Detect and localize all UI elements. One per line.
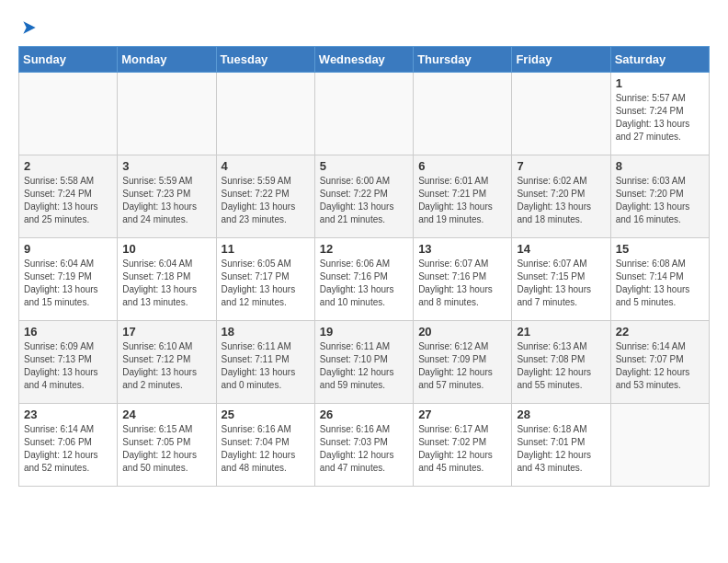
day-header-monday: Monday [118, 47, 216, 73]
day-info: Sunrise: 6:12 AM Sunset: 7:09 PM Dayligh… [418, 340, 506, 392]
day-number: 18 [222, 325, 310, 339]
header [18, 18, 710, 37]
calendar-cell [118, 73, 216, 155]
calendar-cell: 16Sunrise: 6:09 AM Sunset: 7:13 PM Dayli… [19, 321, 118, 404]
svg-marker-0 [23, 21, 35, 33]
day-number: 26 [320, 408, 408, 421]
calendar-cell: 24Sunrise: 6:15 AM Sunset: 7:05 PM Dayli… [118, 404, 216, 487]
calendar-cell [414, 73, 512, 155]
day-info: Sunrise: 6:04 AM Sunset: 7:18 PM Dayligh… [122, 258, 210, 309]
day-info: Sunrise: 5:59 AM Sunset: 7:23 PM Dayligh… [122, 175, 210, 226]
day-info: Sunrise: 5:58 AM Sunset: 7:24 PM Dayligh… [24, 175, 112, 226]
day-info: Sunrise: 6:14 AM Sunset: 7:06 PM Dayligh… [24, 423, 112, 475]
calendar-cell: 2Sunrise: 5:58 AM Sunset: 7:24 PM Daylig… [19, 155, 118, 238]
calendar-cell: 20Sunrise: 6:12 AM Sunset: 7:09 PM Dayli… [414, 321, 512, 404]
day-info: Sunrise: 6:08 AM Sunset: 7:14 PM Dayligh… [616, 258, 704, 309]
day-number: 20 [418, 325, 506, 339]
calendar-cell: 28Sunrise: 6:18 AM Sunset: 7:01 PM Dayli… [512, 404, 610, 487]
day-number: 7 [517, 159, 605, 173]
day-info: Sunrise: 6:04 AM Sunset: 7:19 PM Dayligh… [24, 258, 112, 309]
calendar-cell [610, 404, 709, 487]
calendar-cell: 12Sunrise: 6:06 AM Sunset: 7:16 PM Dayli… [314, 238, 413, 321]
calendar-header-row: SundayMondayTuesdayWednesdayThursdayFrid… [19, 47, 710, 73]
day-number: 4 [222, 159, 310, 173]
calendar-body: 1Sunrise: 5:57 AM Sunset: 7:24 PM Daylig… [19, 73, 710, 487]
day-number: 3 [122, 159, 210, 173]
day-header-saturday: Saturday [610, 47, 709, 73]
calendar-cell [512, 73, 610, 155]
day-info: Sunrise: 6:03 AM Sunset: 7:20 PM Dayligh… [616, 175, 704, 226]
calendar-cell [19, 73, 118, 155]
day-info: Sunrise: 6:15 AM Sunset: 7:05 PM Dayligh… [122, 423, 210, 475]
day-info: Sunrise: 6:07 AM Sunset: 7:15 PM Dayligh… [517, 258, 605, 309]
calendar-cell: 19Sunrise: 6:11 AM Sunset: 7:10 PM Dayli… [314, 321, 413, 404]
day-number: 11 [222, 242, 310, 256]
calendar-cell: 3Sunrise: 5:59 AM Sunset: 7:23 PM Daylig… [118, 155, 216, 238]
day-number: 1 [616, 76, 704, 90]
week-row-3: 9Sunrise: 6:04 AM Sunset: 7:19 PM Daylig… [19, 238, 710, 321]
calendar-cell: 18Sunrise: 6:11 AM Sunset: 7:11 PM Dayli… [216, 321, 314, 404]
calendar-table: SundayMondayTuesdayWednesdayThursdayFrid… [18, 46, 710, 487]
logo-arrow-icon [20, 18, 39, 37]
day-header-sunday: Sunday [19, 47, 118, 73]
calendar-cell: 10Sunrise: 6:04 AM Sunset: 7:18 PM Dayli… [118, 238, 216, 321]
calendar-cell: 21Sunrise: 6:13 AM Sunset: 7:08 PM Dayli… [512, 321, 610, 404]
calendar-cell: 9Sunrise: 6:04 AM Sunset: 7:19 PM Daylig… [19, 238, 118, 321]
calendar-cell: 25Sunrise: 6:16 AM Sunset: 7:04 PM Dayli… [216, 404, 314, 487]
day-info: Sunrise: 6:07 AM Sunset: 7:16 PM Dayligh… [418, 258, 506, 309]
day-number: 22 [616, 325, 704, 339]
day-info: Sunrise: 6:16 AM Sunset: 7:04 PM Dayligh… [222, 423, 310, 475]
week-row-5: 23Sunrise: 6:14 AM Sunset: 7:06 PM Dayli… [19, 404, 710, 487]
day-header-tuesday: Tuesday [216, 47, 314, 73]
day-info: Sunrise: 6:16 AM Sunset: 7:03 PM Dayligh… [320, 423, 408, 475]
calendar-cell: 11Sunrise: 6:05 AM Sunset: 7:17 PM Dayli… [216, 238, 314, 321]
calendar-cell: 15Sunrise: 6:08 AM Sunset: 7:14 PM Dayli… [610, 238, 709, 321]
calendar-cell: 5Sunrise: 6:00 AM Sunset: 7:22 PM Daylig… [314, 155, 413, 238]
day-number: 19 [320, 325, 408, 339]
day-number: 25 [222, 408, 310, 421]
day-number: 13 [418, 242, 506, 256]
calendar-cell: 7Sunrise: 6:02 AM Sunset: 7:20 PM Daylig… [512, 155, 610, 238]
day-number: 10 [122, 242, 210, 256]
day-info: Sunrise: 6:18 AM Sunset: 7:01 PM Dayligh… [517, 423, 605, 475]
day-header-thursday: Thursday [414, 47, 512, 73]
day-info: Sunrise: 6:13 AM Sunset: 7:08 PM Dayligh… [517, 340, 605, 392]
day-number: 15 [616, 242, 704, 256]
calendar-cell: 6Sunrise: 6:01 AM Sunset: 7:21 PM Daylig… [414, 155, 512, 238]
calendar-cell: 8Sunrise: 6:03 AM Sunset: 7:20 PM Daylig… [610, 155, 709, 238]
day-number: 8 [616, 159, 704, 173]
day-header-friday: Friday [512, 47, 610, 73]
day-info: Sunrise: 6:10 AM Sunset: 7:12 PM Dayligh… [122, 340, 210, 392]
day-number: 9 [24, 242, 112, 256]
week-row-1: 1Sunrise: 5:57 AM Sunset: 7:24 PM Daylig… [19, 73, 710, 155]
day-number: 21 [517, 325, 605, 339]
day-number: 12 [320, 242, 408, 256]
calendar-cell: 26Sunrise: 6:16 AM Sunset: 7:03 PM Dayli… [314, 404, 413, 487]
day-info: Sunrise: 6:01 AM Sunset: 7:21 PM Dayligh… [418, 175, 506, 226]
calendar-cell: 1Sunrise: 5:57 AM Sunset: 7:24 PM Daylig… [610, 73, 709, 155]
day-number: 6 [418, 159, 506, 173]
day-number: 16 [24, 325, 112, 339]
day-number: 28 [517, 408, 605, 421]
day-info: Sunrise: 5:59 AM Sunset: 7:22 PM Dayligh… [222, 175, 310, 226]
day-number: 14 [517, 242, 605, 256]
week-row-4: 16Sunrise: 6:09 AM Sunset: 7:13 PM Dayli… [19, 321, 710, 404]
logo [18, 18, 39, 37]
day-info: Sunrise: 6:06 AM Sunset: 7:16 PM Dayligh… [320, 258, 408, 309]
calendar-cell: 4Sunrise: 5:59 AM Sunset: 7:22 PM Daylig… [216, 155, 314, 238]
calendar-cell: 17Sunrise: 6:10 AM Sunset: 7:12 PM Dayli… [118, 321, 216, 404]
day-number: 17 [122, 325, 210, 339]
calendar-cell [314, 73, 413, 155]
calendar-cell: 27Sunrise: 6:17 AM Sunset: 7:02 PM Dayli… [414, 404, 512, 487]
week-row-2: 2Sunrise: 5:58 AM Sunset: 7:24 PM Daylig… [19, 155, 710, 238]
day-number: 27 [418, 408, 506, 421]
calendar-cell: 22Sunrise: 6:14 AM Sunset: 7:07 PM Dayli… [610, 321, 709, 404]
day-info: Sunrise: 6:00 AM Sunset: 7:22 PM Dayligh… [320, 175, 408, 226]
day-info: Sunrise: 5:57 AM Sunset: 7:24 PM Dayligh… [616, 92, 704, 144]
day-info: Sunrise: 6:11 AM Sunset: 7:10 PM Dayligh… [320, 340, 408, 392]
calendar-cell [216, 73, 314, 155]
calendar-cell: 13Sunrise: 6:07 AM Sunset: 7:16 PM Dayli… [414, 238, 512, 321]
day-number: 5 [320, 159, 408, 173]
day-info: Sunrise: 6:17 AM Sunset: 7:02 PM Dayligh… [418, 423, 506, 475]
day-number: 23 [24, 408, 112, 421]
